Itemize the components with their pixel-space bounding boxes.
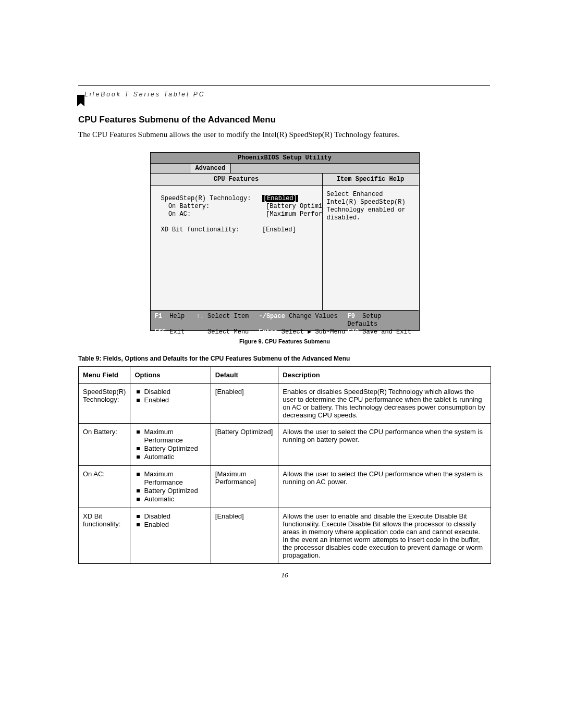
content: CPU Features Submenu of the Advanced Men…: [78, 115, 491, 579]
footer-leftright: ←→: [197, 328, 204, 336]
th-default: Default: [211, 367, 278, 384]
bios-footer: F1 Help ↑↓ Select Item -/Space Change Va…: [151, 311, 419, 330]
cell-description: Allows the user to select the CPU perfor…: [278, 424, 491, 466]
th-menu-field: Menu Field: [79, 367, 130, 384]
running-head: LifeBook T Series Tablet PC: [84, 91, 205, 98]
section-heading: CPU Features Submenu of the Advanced Men…: [78, 115, 491, 125]
bios-left-subtitle: CPU Features: [151, 174, 322, 186]
option-item: Battery Optimized: [140, 445, 206, 453]
bios-tab-advanced: Advanced: [190, 164, 231, 173]
option-item: Automatic: [140, 453, 206, 461]
cell-description: Allows the user to enable and disable th…: [278, 508, 491, 564]
table-header-row: Menu Field Options Default Description: [79, 367, 491, 384]
footer-esc: ESC: [155, 328, 166, 336]
bios-right-subtitle: Item Specific Help: [323, 174, 419, 186]
bios-menubar-spacer: [151, 164, 190, 173]
footer-f1: F1: [155, 313, 162, 320]
footer-updown: ↑↓: [197, 313, 204, 320]
fields-table: Menu Field Options Default Description S…: [78, 366, 491, 564]
bios-pane-left: CPU Features SpeedStep(R) Technology: [E…: [151, 174, 323, 311]
cell-options: Maximum PerformanceBattery OptimizedAuto…: [130, 424, 211, 466]
option-item: Enabled: [140, 396, 206, 404]
bios-help-body: Select Enhanced Intel(R) SpeedStep(R) Te…: [323, 186, 419, 311]
footer-select-submenu: Select ▶ Sub-Menu: [282, 328, 345, 336]
cell-menu-field: SpeedStep(R) Technology:: [79, 384, 130, 424]
footer-change-values: Change Values: [289, 313, 338, 320]
bios-menubar: Advanced: [151, 164, 419, 174]
cell-menu-field: On Battery:: [79, 424, 130, 466]
cell-description: Enables or disables SpeedStep(R) Technol…: [278, 384, 491, 424]
cell-menu-field: On AC:: [79, 466, 130, 508]
bios-pane-right: Item Specific Help Select Enhanced Intel…: [323, 174, 419, 311]
table-row: On Battery:Maximum PerformanceBattery Op…: [79, 424, 491, 466]
option-item: Automatic: [140, 495, 206, 503]
intro-text: The CPU Features Submenu allows the user…: [78, 129, 491, 140]
field-onbattery-label: On Battery:: [161, 203, 210, 210]
cell-menu-field: XD Bit functionality:: [79, 508, 130, 564]
table-caption: Table 9: Fields, Options and Defaults fo…: [78, 355, 491, 362]
bios-screenshot: PhoenixBIOS Setup Utility Advanced CPU F…: [150, 152, 420, 331]
option-item: Battery Optimized: [140, 487, 206, 495]
field-xd-label: XD Bit functionality:: [161, 226, 240, 233]
footer-help: Help: [169, 313, 185, 320]
footer-save-exit: Save and Exit: [362, 328, 411, 336]
footer-minus-space: -/Space: [259, 313, 285, 320]
footer-select-menu: Select Menu: [207, 328, 249, 336]
cell-default: [Battery Optimized]: [211, 424, 278, 466]
th-options: Options: [130, 367, 211, 384]
footer-enter: Enter: [259, 328, 278, 336]
cell-default: [Maximum Performance]: [211, 466, 278, 508]
cell-description: Allows the user to select the CPU perfor…: [278, 466, 491, 508]
option-item: Maximum Performance: [140, 470, 206, 487]
table-row: XD Bit functionality:DisabledEnabled[Ena…: [79, 508, 491, 564]
option-item: Maximum Performance: [140, 428, 206, 445]
field-xd-value: [Enabled]: [262, 226, 296, 233]
footer-exit: Exit: [169, 328, 185, 336]
footer-select-item: Select Item: [207, 313, 249, 320]
field-onac-label: On AC:: [161, 211, 191, 218]
bios-body: SpeedStep(R) Technology: [Enabled] On Ba…: [151, 186, 322, 311]
field-speedstep-label: SpeedStep(R) Technology:: [161, 195, 251, 202]
th-description: Description: [278, 367, 491, 384]
table-row: On AC:Maximum PerformanceBattery Optimiz…: [79, 466, 491, 508]
page-number: 16: [78, 571, 491, 579]
cell-default: [Enabled]: [211, 384, 278, 424]
cell-options: DisabledEnabled: [130, 384, 211, 424]
footer-f10: F10: [348, 328, 359, 336]
figure-caption: Figure 9. CPU Features Submenu: [78, 338, 491, 344]
cell-options: DisabledEnabled: [130, 508, 211, 564]
field-speedstep-value: [Enabled]: [262, 195, 298, 202]
bios-title: PhoenixBIOS Setup Utility: [151, 153, 419, 164]
option-item: Enabled: [140, 521, 206, 529]
cell-options: Maximum PerformanceBattery OptimizedAuto…: [130, 466, 211, 508]
table-row: SpeedStep(R) Technology:DisabledEnabled[…: [79, 384, 491, 424]
footer-f9: F9: [348, 313, 355, 320]
top-rule: [78, 85, 490, 86]
option-item: Disabled: [140, 388, 206, 396]
option-item: Disabled: [140, 512, 206, 521]
page: LifeBook T Series Tablet PC CPU Features…: [0, 0, 563, 728]
page-tab-icon: [77, 95, 84, 106]
cell-default: [Enabled]: [211, 508, 278, 564]
